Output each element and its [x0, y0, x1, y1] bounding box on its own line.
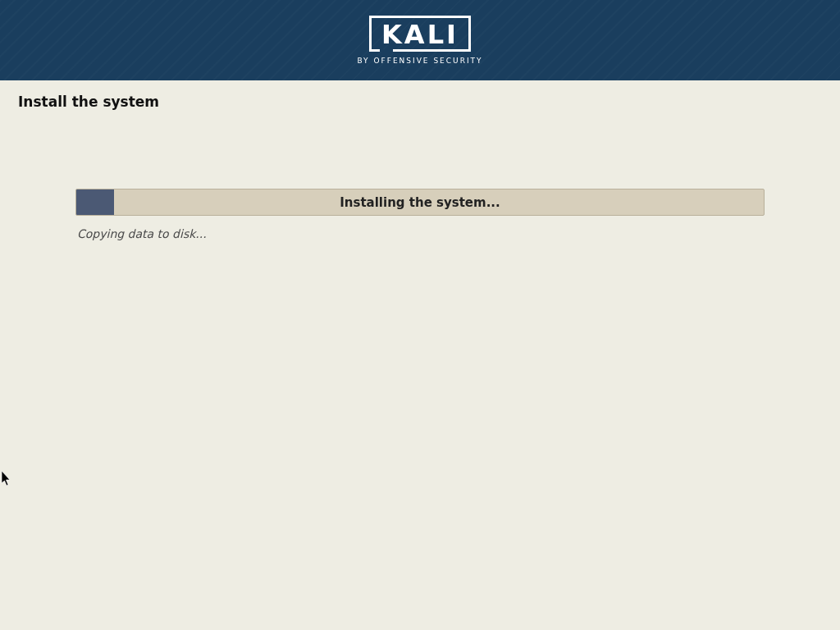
logo-text: KALI [381, 21, 459, 48]
content-area: Installing the system... Copying data to… [0, 123, 840, 240]
cursor-icon [1, 471, 12, 487]
header-banner: KALI BY OFFENSIVE SECURITY [0, 0, 840, 80]
logo-frame: KALI [369, 16, 471, 52]
logo-subtitle: BY OFFENSIVE SECURITY [357, 57, 482, 65]
status-text: Copying data to disk... [77, 227, 765, 240]
progress-label: Installing the system... [76, 189, 764, 215]
progress-bar: Installing the system... [75, 189, 765, 216]
page-title: Install the system [0, 80, 840, 123]
kali-logo: KALI BY OFFENSIVE SECURITY [357, 16, 482, 65]
